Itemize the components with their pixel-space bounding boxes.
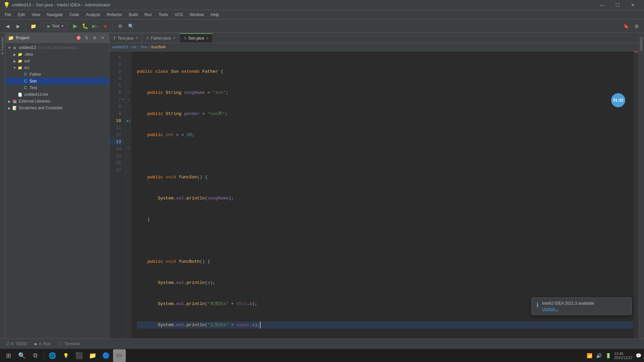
menu-help[interactable]: Help (207, 11, 222, 18)
task-view-button[interactable]: ⧉ (29, 349, 42, 362)
favorites-tab[interactable]: ★ Favorites (0, 34, 5, 58)
sidebar-expand-btn[interactable]: ⇅ (83, 34, 90, 42)
code-editor[interactable]: 1 2 3 4 5 6 ▶7 8 9 10 11 12 13 14 15 16 … (109, 51, 639, 339)
tab-icon-son: S (184, 36, 186, 40)
back-button[interactable]: ◀ (3, 21, 12, 31)
start-button[interactable]: ⊞ (2, 349, 15, 362)
tray-volume[interactable]: 🔊 (595, 352, 603, 359)
gutter-4 (126, 75, 131, 82)
notification-text: IntelliJ IDEA 2021.3 available Update... (542, 301, 627, 311)
tree-item-test[interactable]: C Test (5, 84, 109, 91)
menubar: File Edit View Navigate Code Analyze Ref… (0, 10, 644, 19)
tab-close-test[interactable]: ✕ (136, 36, 138, 40)
ln-10: 10 (109, 117, 123, 124)
edge-button[interactable]: 🌐 (46, 349, 59, 362)
tree-item-iml[interactable]: 📄 untitled13.iml (5, 91, 109, 98)
scratches-icon: 📝 (12, 105, 17, 111)
terminal-icon: ⬛ (58, 342, 63, 346)
menu-analyze[interactable]: Analyze (83, 11, 104, 18)
tree-item-scratches[interactable]: ▶ 📝 Scratches and Consoles (5, 105, 109, 111)
tree-item-son[interactable]: C Son (5, 78, 109, 84)
tray-battery[interactable]: 🔋 (605, 352, 612, 359)
tree-label-iml: untitled13.iml (24, 92, 48, 97)
minimize-button[interactable]: — (594, 0, 610, 10)
layout-button[interactable]: ⊞ (632, 21, 641, 31)
jetbrains-button[interactable]: 💡 (59, 349, 72, 362)
code-line-5 (137, 153, 633, 160)
explorer-button[interactable]: 📁 (86, 349, 99, 362)
folder-icon-src: 📁 (17, 65, 23, 70)
gutter-17 (126, 167, 131, 174)
ln-16: 16 (109, 160, 123, 167)
tree-item-src[interactable]: ▼ 📁 src (5, 64, 109, 71)
menu-build[interactable]: Build (125, 11, 141, 18)
code-content[interactable]: public class Son extends Father { public… (131, 51, 639, 339)
sidebar-toolbar: 🎯 ⇅ ⚙ ✕ (75, 34, 106, 42)
breadcrumb-son[interactable]: Son (141, 45, 148, 49)
run-config-selector[interactable]: ▶ Test ▼ (44, 22, 68, 30)
sidebar-settings-btn[interactable]: ⚙ (91, 34, 98, 42)
menu-code[interactable]: Code (66, 11, 83, 18)
titlebar: 💡 untitled13 – Son.java - IntelliJ IDEA … (0, 0, 644, 10)
menu-view[interactable]: View (28, 11, 44, 18)
menu-window[interactable]: Window (186, 11, 207, 18)
menu-tools[interactable]: Tools (155, 11, 171, 18)
sidebar-locate-btn[interactable]: 🎯 (75, 34, 82, 42)
tray-notification[interactable]: 💬 (635, 352, 642, 359)
tree-item-idea[interactable]: ▶ 📁 .idea (5, 51, 109, 58)
breadcrumb-src[interactable]: src (132, 45, 137, 49)
menu-navigate[interactable]: Navigate (44, 11, 66, 18)
timer-badge[interactable]: 01:32 (611, 93, 625, 107)
close-button[interactable]: ✕ (625, 0, 641, 10)
sidebar-header: 📁 Project 🎯 ⇅ ⚙ ✕ (5, 33, 109, 43)
menu-edit[interactable]: Edit (14, 11, 28, 18)
search-everywhere-button[interactable]: 🔍 (126, 21, 136, 31)
menu-refactor[interactable]: Refactor (104, 11, 125, 18)
recent-files-button[interactable]: 📁 (29, 21, 38, 31)
cmd-button[interactable]: C> (113, 349, 126, 362)
menu-file[interactable]: File (1, 11, 14, 18)
run-button[interactable]: ▶ (70, 21, 80, 31)
notification-update-link[interactable]: Update... (542, 307, 627, 311)
tab-close-father[interactable]: ✕ (173, 36, 175, 40)
run-panel-tab[interactable]: ▶ 4: Run (31, 340, 54, 348)
breadcrumb-funcboth[interactable]: funcBoth (151, 45, 166, 49)
maximize-button[interactable]: ☐ (610, 0, 625, 10)
tab-son[interactable]: S Son.java ✕ (180, 33, 213, 43)
tree-label-idea: .idea (24, 52, 33, 57)
code-line-7: System.out.println(songName); (137, 195, 633, 202)
idea-taskbar-btn[interactable]: ⬛ (73, 349, 86, 362)
run-coverage-button[interactable]: ▶▷ (91, 21, 100, 31)
stop-button[interactable]: ■ (101, 21, 110, 31)
menu-run[interactable]: Run (141, 11, 155, 18)
tab-test[interactable]: T Test.java ✕ (109, 33, 143, 43)
tab-close-son[interactable]: ✕ (206, 37, 209, 40)
settings-button[interactable]: ⚙ (116, 21, 125, 31)
breadcrumb-untitled13[interactable]: untitled13 (112, 45, 128, 49)
tab-father[interactable]: F Father.java ✕ (143, 33, 180, 43)
tree-item-out[interactable]: ▶ 📁 out (5, 58, 109, 64)
code-line-9 (137, 237, 633, 244)
debug-button[interactable]: 🐛 (80, 21, 90, 31)
terminal-panel-tab[interactable]: ⬛ Terminal (55, 340, 83, 348)
forward-button[interactable]: ▶ (13, 21, 23, 31)
chrome-button[interactable]: 🔵 (100, 349, 112, 362)
sidebar-close-btn[interactable]: ✕ (99, 34, 106, 42)
run-label: 4: Run (39, 342, 51, 346)
ln-8: 8 (109, 103, 123, 110)
tree-item-untitled13[interactable]: ▼ ◉ untitled13 D:\code-2021\untitled13 (5, 44, 109, 51)
menu-vcs[interactable]: VCS (171, 11, 186, 18)
tree-item-father[interactable]: C Father (5, 71, 109, 78)
bottom-panel: ☑ 6: TODO ▶ 4: Run ⬛ Terminal (0, 339, 644, 349)
taskbar-sep-1 (44, 352, 44, 360)
database-tab[interactable]: Database (639, 34, 644, 54)
bookmark-button[interactable]: 🔖 (621, 21, 631, 31)
tab-icon-test: T (113, 36, 116, 40)
gutter-2 (126, 61, 131, 68)
tree-label-father: Father (30, 72, 41, 77)
todo-panel-tab[interactable]: ☑ 6: TODO (3, 340, 31, 348)
tray-network[interactable]: 📶 (586, 352, 593, 359)
gutter-3 (126, 68, 131, 75)
search-taskbar-button[interactable]: 🔍 (15, 349, 28, 362)
tree-item-ext-libs[interactable]: ▶ 📚 External Libraries (5, 98, 109, 105)
